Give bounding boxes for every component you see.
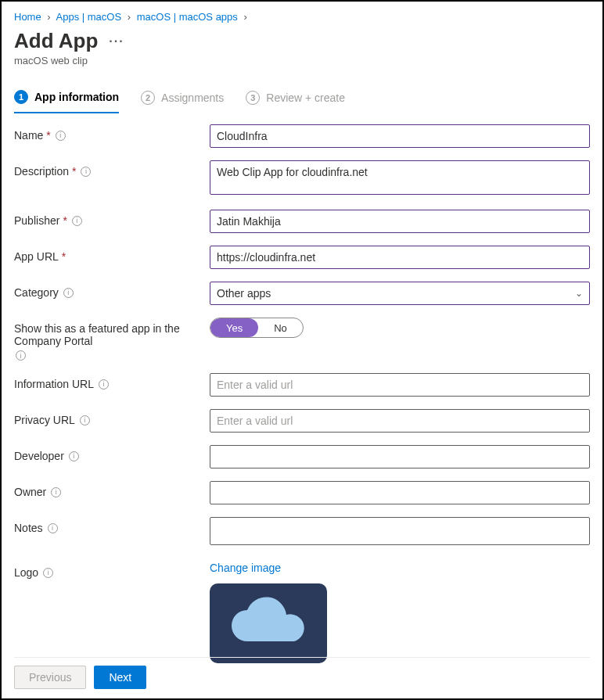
info-icon[interactable]: i xyxy=(51,487,61,497)
owner-input[interactable] xyxy=(210,481,590,504)
description-label: Description* i xyxy=(14,160,210,178)
category-select[interactable]: Other apps ⌄ xyxy=(210,282,590,305)
notes-label: Notes i xyxy=(14,517,210,534)
page-title-text: Add App xyxy=(14,29,98,53)
privurl-input[interactable] xyxy=(210,409,590,433)
step-label: App information xyxy=(34,91,119,103)
owner-label: Owner i xyxy=(14,481,210,498)
chevron-right-icon: › xyxy=(243,11,246,23)
step-review-create[interactable]: 3 Review + create xyxy=(246,91,345,113)
chevron-right-icon: › xyxy=(47,11,50,23)
infourl-input[interactable] xyxy=(210,373,590,397)
form: Name* i Description* i Web Clip App for … xyxy=(14,124,590,663)
info-icon[interactable]: i xyxy=(43,568,53,578)
more-icon[interactable]: ··· xyxy=(109,34,124,48)
appurl-label: App URL* xyxy=(14,246,210,263)
step-number-icon: 3 xyxy=(246,91,260,105)
logo-label: Logo i xyxy=(14,562,210,579)
info-icon[interactable]: i xyxy=(99,379,109,389)
publisher-label: Publisher* i xyxy=(14,210,210,227)
breadcrumb-macos-apps[interactable]: macOS | macOS apps xyxy=(137,11,238,23)
description-input[interactable]: Web Clip App for cloudinfra.net xyxy=(210,160,590,195)
breadcrumb-apps-macos[interactable]: Apps | macOS xyxy=(56,11,122,23)
page-subtitle: macOS web clip xyxy=(14,55,590,66)
step-number-icon: 1 xyxy=(14,90,28,104)
previous-button[interactable]: Previous xyxy=(14,666,86,689)
chevron-right-icon: › xyxy=(128,11,131,23)
featured-no[interactable]: No xyxy=(258,318,303,337)
name-input[interactable] xyxy=(210,124,590,148)
change-image-link[interactable]: Change image xyxy=(210,562,281,574)
featured-toggle[interactable]: Yes No xyxy=(210,318,304,338)
info-icon[interactable]: i xyxy=(72,216,82,226)
info-icon[interactable]: i xyxy=(81,167,91,177)
notes-input[interactable] xyxy=(210,517,590,545)
cloud-icon xyxy=(225,596,311,651)
step-assignments[interactable]: 2 Assignments xyxy=(141,91,224,113)
category-value: Other apps xyxy=(217,287,271,300)
infourl-label: Information URL i xyxy=(14,373,210,390)
footer: Previous Next xyxy=(14,657,590,689)
info-icon[interactable]: i xyxy=(48,523,58,533)
breadcrumb-home[interactable]: Home xyxy=(14,11,41,23)
privurl-label: Privacy URL i xyxy=(14,409,210,426)
next-button[interactable]: Next xyxy=(94,666,146,689)
name-label: Name* i xyxy=(14,124,210,142)
info-icon[interactable]: i xyxy=(63,288,74,298)
page-title: Add App ··· xyxy=(14,29,590,53)
category-label: Category i xyxy=(14,282,210,299)
info-icon[interactable]: i xyxy=(69,451,79,461)
step-number-icon: 2 xyxy=(141,91,155,105)
appurl-input[interactable] xyxy=(210,246,590,269)
info-icon[interactable]: i xyxy=(16,350,26,361)
featured-label: Show this as a featured app in the Compa… xyxy=(14,318,210,361)
breadcrumb: Home › Apps | macOS › macOS | macOS apps… xyxy=(14,11,590,23)
wizard-steps: 1 App information 2 Assignments 3 Review… xyxy=(14,90,590,113)
developer-label: Developer i xyxy=(14,445,210,462)
publisher-input[interactable] xyxy=(210,210,590,233)
featured-yes[interactable]: Yes xyxy=(210,318,258,337)
info-icon[interactable]: i xyxy=(80,415,90,425)
info-icon[interactable]: i xyxy=(56,131,66,141)
step-app-information[interactable]: 1 App information xyxy=(14,90,119,113)
logo-preview xyxy=(210,583,327,663)
step-label: Assignments xyxy=(161,92,224,104)
step-label: Review + create xyxy=(266,92,345,104)
developer-input[interactable] xyxy=(210,445,590,468)
chevron-down-icon: ⌄ xyxy=(575,288,583,299)
